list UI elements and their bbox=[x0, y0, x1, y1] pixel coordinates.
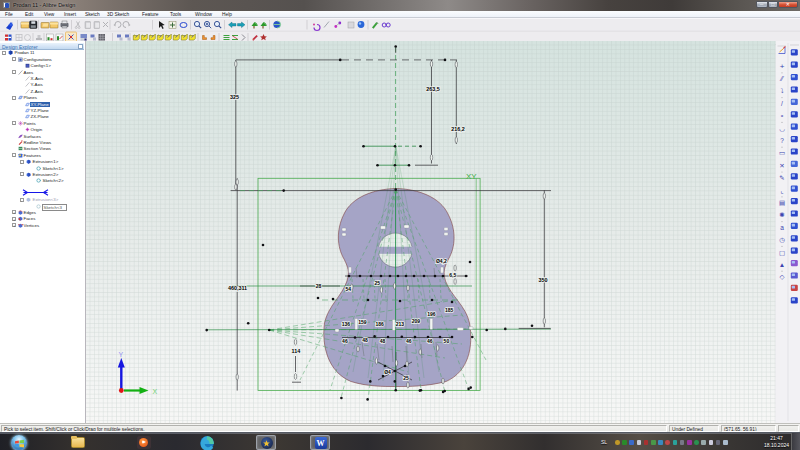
svg-text:∘: ∘ bbox=[779, 112, 783, 119]
svg-text:?: ? bbox=[780, 137, 784, 144]
svg-text:Ø4,2: Ø4,2 bbox=[436, 258, 447, 264]
svg-text:54: 54 bbox=[345, 286, 351, 292]
svg-text:◷: ◷ bbox=[779, 236, 785, 243]
svg-text:48: 48 bbox=[362, 337, 368, 343]
svg-text:✺: ✺ bbox=[779, 211, 785, 218]
svg-text:25: 25 bbox=[403, 375, 409, 381]
svg-text:136: 136 bbox=[342, 321, 351, 327]
svg-text:/: / bbox=[781, 100, 783, 107]
svg-text:263,5: 263,5 bbox=[426, 86, 440, 92]
svg-text:✕: ✕ bbox=[779, 162, 784, 169]
svg-text:+: + bbox=[779, 62, 784, 71]
svg-text:25: 25 bbox=[375, 280, 381, 286]
svg-text:▢: ▢ bbox=[778, 249, 784, 256]
svg-text:28: 28 bbox=[316, 283, 322, 289]
svg-text:213: 213 bbox=[396, 321, 405, 327]
svg-text:Ø4: Ø4 bbox=[384, 369, 391, 375]
svg-text:159: 159 bbox=[358, 319, 367, 325]
svg-text:⤵: ⤵ bbox=[780, 87, 783, 94]
svg-text:46: 46 bbox=[342, 338, 348, 344]
svg-text:Y: Y bbox=[119, 351, 124, 358]
svg-text:X: X bbox=[153, 388, 158, 395]
svg-text:209: 209 bbox=[412, 318, 421, 324]
svg-text:196: 196 bbox=[427, 311, 436, 317]
svg-text:XY: XY bbox=[466, 172, 477, 181]
svg-text:114: 114 bbox=[291, 348, 300, 354]
svg-text:▲: ▲ bbox=[778, 261, 784, 268]
svg-text:46: 46 bbox=[406, 338, 412, 344]
svg-text:✎: ✎ bbox=[779, 174, 784, 181]
svg-text:186: 186 bbox=[376, 321, 385, 327]
svg-text:6,5: 6,5 bbox=[449, 272, 456, 278]
svg-text:▭: ▭ bbox=[778, 149, 784, 156]
svg-text:46: 46 bbox=[427, 338, 433, 344]
svg-text:350: 350 bbox=[539, 277, 548, 283]
svg-text:325: 325 bbox=[230, 94, 239, 100]
svg-text:◇: ◇ bbox=[779, 273, 784, 280]
svg-text:◡: ◡ bbox=[779, 125, 785, 132]
svg-text:216,2: 216,2 bbox=[451, 126, 465, 132]
svg-text:▤: ▤ bbox=[778, 199, 784, 206]
svg-text:185: 185 bbox=[445, 307, 454, 313]
svg-text:460,311: 460,311 bbox=[228, 285, 247, 291]
svg-text:50: 50 bbox=[444, 338, 450, 344]
svg-text:48: 48 bbox=[380, 338, 386, 344]
svg-text:a: a bbox=[780, 224, 784, 231]
svg-text:⌞: ⌞ bbox=[780, 187, 783, 194]
